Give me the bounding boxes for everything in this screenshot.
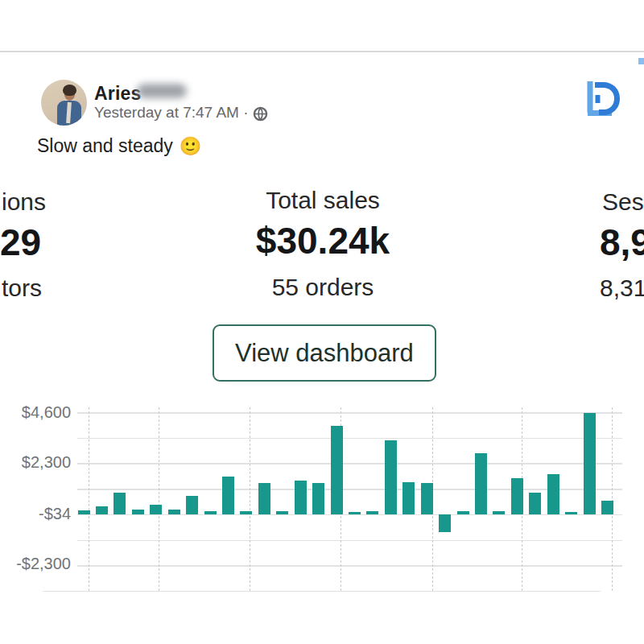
chart-bar <box>150 505 162 514</box>
chart-bar <box>349 512 361 514</box>
screenshot-root: Aries Yesterday at 7:47 AM · Slow and st… <box>0 0 644 644</box>
post-timestamp: Yesterday at 7:47 AM · <box>94 104 249 122</box>
chart-bar <box>366 511 378 514</box>
v-gridline <box>159 407 159 591</box>
chart-bar <box>114 493 126 514</box>
y-axis-tick: -$34 <box>0 505 71 523</box>
smiley-emoji: 🙂 <box>180 138 201 155</box>
chart-bar <box>475 453 487 514</box>
h-gridline <box>43 591 601 592</box>
chart-bar <box>240 511 252 514</box>
corner-mark <box>638 58 644 64</box>
chart-bar <box>258 483 270 514</box>
blurred-surname <box>137 84 187 98</box>
orders-count: 55 orders <box>225 274 420 301</box>
total-sales-label: Total sales <box>225 187 420 214</box>
stat-right-value: 8,9 <box>600 221 644 264</box>
double-d-logo-icon <box>576 74 623 121</box>
stat-right-sub: 8,31 <box>600 275 644 302</box>
avatar-hair <box>63 85 76 96</box>
chart-bar <box>493 511 505 514</box>
v-gridline <box>612 407 613 591</box>
v-gridline <box>250 407 250 591</box>
chart-bar <box>295 481 307 514</box>
stat-left-sub: tors <box>2 275 42 302</box>
chart-bar <box>402 482 415 514</box>
chart-bar <box>204 511 217 514</box>
chart-bar <box>547 474 559 514</box>
chart-bar <box>529 493 541 514</box>
chart-bar <box>439 514 451 532</box>
avatar[interactable] <box>41 80 87 126</box>
chart-bar <box>78 510 90 514</box>
chart-bar <box>312 483 324 514</box>
timestamp-row: Yesterday at 7:47 AM · <box>94 104 268 122</box>
chart-bar <box>331 426 343 514</box>
stat-right-label: Ses <box>602 188 644 216</box>
post-text-row: Slow and steady 🙂 <box>37 135 201 157</box>
chart-bar <box>457 511 469 514</box>
chart-bar <box>601 501 613 514</box>
view-dashboard-button[interactable]: View dashboard <box>213 324 436 382</box>
chart-bar <box>511 478 523 514</box>
chart-bar <box>276 511 288 514</box>
stat-left-value: 29 <box>0 221 41 264</box>
top-divider <box>0 51 644 52</box>
globe-icon <box>253 106 268 122</box>
avatar-jacket <box>57 101 81 126</box>
author-name[interactable]: Aries <box>94 83 142 105</box>
y-axis-tick: -$2,300 <box>0 555 71 573</box>
chart-bar <box>186 496 198 514</box>
chart-bar <box>222 477 234 514</box>
stat-left-label: ions <box>2 188 46 216</box>
total-sales-value: $30.24k <box>225 219 420 262</box>
chart-bar <box>132 510 144 514</box>
chart-bar <box>96 506 108 514</box>
y-axis-tick: $2,300 <box>0 453 71 472</box>
chart-bar <box>565 512 577 514</box>
v-gridline <box>89 407 89 591</box>
chart-bar <box>584 413 596 514</box>
post-text: Slow and steady <box>37 135 173 157</box>
sales-bar-chart: $4,600$2,300-$34-$2,300 <box>0 394 644 604</box>
chart-bar <box>385 440 397 514</box>
chart-bar <box>421 483 433 514</box>
chart-bar <box>168 510 180 514</box>
y-axis-tick: $4,600 <box>0 403 71 422</box>
